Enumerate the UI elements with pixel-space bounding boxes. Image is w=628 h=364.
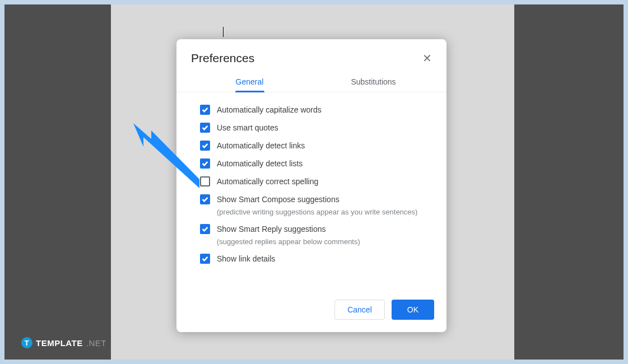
- checkbox-5[interactable]: [200, 194, 210, 204]
- option-description: (predictive writing suggestions appear a…: [217, 208, 432, 216]
- option-label: Automatically correct spelling: [217, 177, 318, 186]
- checkbox-0[interactable]: [200, 105, 210, 115]
- checkbox-2[interactable]: [200, 141, 210, 151]
- option-label: Show link details: [217, 254, 275, 263]
- checkbox-3[interactable]: [200, 158, 210, 169]
- dialog-title: Preferences: [191, 52, 254, 65]
- dialog-tabs: General Substitutions: [176, 73, 446, 92]
- option-label: Show Smart Compose suggestions: [217, 195, 339, 204]
- preference-option: Automatically capitalize words: [200, 105, 432, 115]
- app-background: Preferences ✕ General Substitutions Auto…: [4, 4, 624, 360]
- preference-option: Show link details: [200, 254, 432, 264]
- preference-option: Show Smart Compose suggestions(predictiv…: [200, 194, 432, 216]
- preference-option: Automatically detect links: [200, 141, 432, 151]
- checkbox-6[interactable]: [200, 224, 210, 234]
- option-description: (suggested replies appear below comments…: [217, 237, 432, 246]
- tab-general[interactable]: General: [188, 73, 311, 92]
- preferences-dialog: Preferences ✕ General Substitutions Auto…: [176, 39, 446, 332]
- checkbox-4[interactable]: [200, 176, 210, 186]
- option-label: Automatically detect lists: [217, 159, 303, 168]
- close-icon[interactable]: ✕: [422, 53, 432, 64]
- option-label: Use smart quotes: [217, 123, 278, 132]
- dialog-footer: Cancel OK: [176, 277, 446, 332]
- checkbox-1[interactable]: [200, 123, 210, 133]
- watermark: T TEMPLATE.NET: [21, 337, 106, 348]
- preference-option: Show Smart Reply suggestions(suggested r…: [200, 224, 432, 246]
- preference-option: Automatically correct spelling: [200, 176, 432, 186]
- dialog-header: Preferences ✕: [176, 39, 446, 73]
- preference-option: Use smart quotes: [200, 123, 432, 133]
- tab-substitutions[interactable]: Substitutions: [311, 73, 435, 92]
- option-label: Show Smart Reply suggestions: [217, 225, 326, 234]
- checkbox-7[interactable]: [200, 254, 210, 264]
- ok-button[interactable]: OK: [392, 300, 434, 320]
- option-label: Automatically detect links: [217, 141, 305, 150]
- options-list: Automatically capitalize wordsUse smart …: [176, 92, 446, 277]
- watermark-brand: TEMPLATE: [36, 338, 83, 348]
- option-label: Automatically capitalize words: [217, 105, 322, 114]
- cancel-button[interactable]: Cancel: [334, 300, 385, 320]
- watermark-suffix: .NET: [86, 338, 106, 348]
- watermark-icon: T: [21, 337, 32, 348]
- preference-option: Automatically detect lists: [200, 158, 432, 169]
